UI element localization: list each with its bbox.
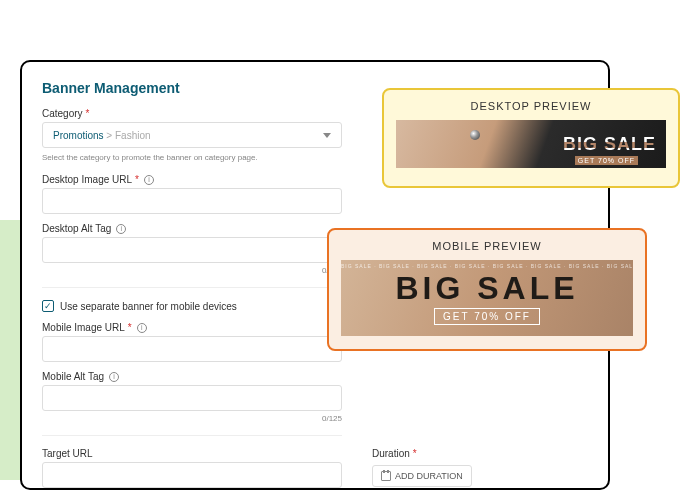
banner-big-sale-text: BIG SALE [395, 272, 578, 304]
banner-get-off-text: GET 70% OFF [434, 308, 540, 325]
divider [42, 435, 342, 436]
mobile-preview-card: MOBILE PREVIEW BIG SALE · BIG SALE · BIG… [327, 228, 647, 351]
banner-big-sale-text: BIG SALE [563, 134, 656, 155]
separate-mobile-checkbox[interactable]: ✓ [42, 300, 54, 312]
category-breadcrumb-1: Promotions [53, 130, 104, 141]
category-select[interactable]: Promotions > Fashion [42, 122, 342, 148]
info-icon[interactable]: i [137, 323, 147, 333]
mobile-preview-title: MOBILE PREVIEW [341, 240, 633, 252]
target-url-label: Target URL [42, 448, 342, 459]
desktop-preview-card: DESKTOP PREVIEW BIG SALE GET 70% OFF [382, 88, 680, 188]
desktop-banner-preview: BIG SALE GET 70% OFF [396, 120, 666, 168]
required-marker: * [128, 322, 132, 333]
desktop-alt-input[interactable] [42, 237, 342, 263]
required-marker: * [413, 448, 417, 459]
add-duration-button[interactable]: ADD DURATION [372, 465, 472, 487]
info-icon[interactable]: i [116, 224, 126, 234]
info-icon[interactable]: i [109, 372, 119, 382]
target-url-input[interactable] [42, 462, 342, 488]
banner-get-off-text: GET 70% OFF [575, 156, 638, 165]
divider [42, 287, 342, 288]
category-breadcrumb-2: Fashion [115, 130, 151, 141]
separate-mobile-label: Use separate banner for mobile devices [60, 301, 237, 312]
required-marker: * [86, 108, 90, 119]
chevron-down-icon [323, 133, 331, 138]
desktop-preview-title: DESKTOP PREVIEW [396, 100, 666, 112]
calendar-icon [381, 471, 391, 481]
mobile-alt-label: Mobile Alt Tag i [42, 371, 588, 382]
desktop-image-url-input[interactable] [42, 188, 342, 214]
required-marker: * [135, 174, 139, 185]
mobile-alt-input[interactable] [42, 385, 342, 411]
banner-marquee-strip: BIG SALE · BIG SALE · BIG SALE · BIG SAL… [341, 263, 633, 269]
duration-label: Duration * [372, 448, 472, 459]
mobile-image-url-input[interactable] [42, 336, 342, 362]
mobile-alt-counter: 0/125 [42, 414, 342, 423]
mobile-banner-preview: BIG SALE · BIG SALE · BIG SALE · BIG SAL… [341, 260, 633, 336]
desktop-alt-counter: 0/125 [42, 266, 342, 275]
info-icon[interactable]: i [144, 175, 154, 185]
